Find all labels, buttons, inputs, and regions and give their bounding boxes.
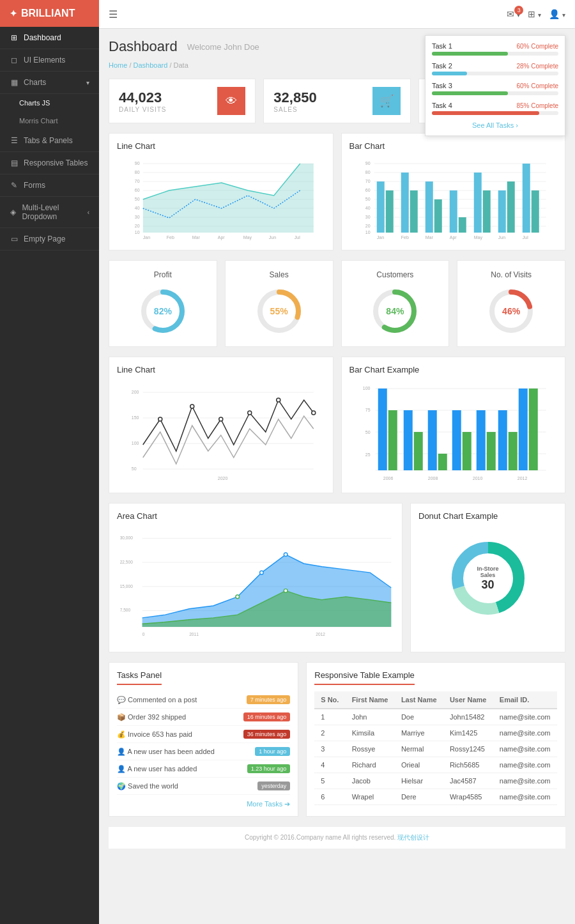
table-cell: Doe [395,709,443,725]
svg-rect-104 [486,432,495,470]
stat-sales-label: SALES [273,106,316,113]
svg-text:2020: 2020 [218,476,228,481]
stat-sales-value: 32,850 [273,89,316,106]
svg-text:80: 80 [135,170,140,174]
svg-text:Feb: Feb [167,235,174,240]
svg-text:60: 60 [135,188,140,192]
sidebar-item-charts[interactable]: ▦ Charts ▾ [0,72,99,94]
svg-rect-44 [401,173,408,233]
sidebar-item-empty[interactable]: ▭ Empty Page [0,228,99,250]
svg-rect-46 [425,181,433,233]
grid-icon-button[interactable]: ⊞ ▾ [528,9,541,19]
svg-text:75: 75 [365,408,370,412]
line-chart-1-card: Line Chart 90 80 70 60 50 40 30 20 10 [109,133,334,250]
task-list-item-2: 📦 Order 392 shipped 16 minutes ago [117,709,290,726]
tasks-panel-title: Tasks Panel [117,670,162,685]
svg-text:May: May [243,235,252,240]
mail-badge: 3 [514,6,523,15]
sidebar-item-tables[interactable]: ▤ Responsive Tables [0,152,99,174]
table-cell: name@site.com [493,773,557,789]
sidebar-item-multi[interactable]: ◈ Multi-Level Dropdown ‹ [0,197,99,228]
svg-text:2008: 2008 [427,476,438,481]
table-cell: 3 [314,741,345,757]
forms-icon: ✎ [10,181,19,190]
charts-icon: ▦ [10,78,19,87]
svg-rect-95 [378,389,387,470]
donut-chart-2-title: Donut Chart Example [418,511,557,521]
svg-text:0: 0 [142,632,145,636]
table-cell: name@site.com [493,757,557,773]
chevron-right-icon: ‹ [88,209,89,216]
svg-rect-52 [498,190,505,233]
user-icon-button[interactable]: 👤 ▾ [549,9,565,19]
svg-text:Jul: Jul [522,235,528,240]
svg-text:Mar: Mar [192,235,201,240]
svg-rect-98 [413,432,422,470]
charts-row-1: Line Chart 90 80 70 60 50 40 30 20 10 [109,133,565,250]
task-tag-4: 1 hour ago [255,747,290,756]
svg-point-79 [158,417,162,421]
svg-text:25: 25 [365,452,370,457]
sidebar-item-charts-js[interactable]: Charts JS [0,94,99,112]
svg-rect-103 [476,410,485,470]
svg-text:2010: 2010 [472,476,482,481]
see-all-tasks[interactable]: See All Tasks › [432,121,558,129]
table-cell: John [346,709,395,725]
visits-icon: 👁 [217,87,245,115]
donut-profit-label: Profit [154,270,172,279]
col-header-username: User Name [443,691,493,709]
more-tasks-link[interactable]: More Tasks ➔ [117,800,290,808]
breadcrumb-dashboard[interactable]: Dashboard [134,61,168,69]
table-cell: Rossye [346,741,395,757]
svg-text:22,500: 22,500 [120,560,134,564]
task-tag-6: yesterday [257,782,290,790]
svg-rect-105 [498,410,507,470]
tasks-panel-card: Tasks Panel 💬 Commented on a post 7 minu… [109,662,298,817]
charts-row-2: Line Chart 200 150 100 50 [109,357,565,493]
svg-text:2011: 2011 [189,632,199,636]
sidebar-item-forms[interactable]: ✎ Forms [0,174,99,197]
sidebar-label-charts: Charts [24,78,46,87]
stat-card-visits: 44,023 DAILY VISITS 👁 [109,79,256,123]
svg-point-80 [190,404,194,408]
svg-text:20: 20 [135,224,140,228]
svg-text:50: 50 [132,466,137,471]
svg-rect-101 [452,410,461,470]
col-header-lastname: Last Name [395,691,443,709]
svg-text:Jan: Jan [376,235,383,240]
svg-text:70: 70 [135,179,140,183]
svg-text:2006: 2006 [383,476,393,481]
sidebar-label-forms: Forms [24,181,45,190]
sidebar-item-tabs[interactable]: ☰ Tabs & Panels [0,130,99,152]
sidebar-item-dashboard[interactable]: ⊞ Dashboard [0,27,99,49]
sidebar-item-morris[interactable]: Morris Chart [0,112,99,130]
svg-rect-106 [508,432,517,470]
donut-visits-chart: 46% [486,286,537,337]
svg-text:Jan: Jan [143,235,150,240]
table-cell: Nermal [395,741,443,757]
line-chart-2-svg: 200 150 100 50 2020 [117,381,325,483]
svg-rect-102 [462,432,471,470]
table-cell: name@site.com [493,725,557,741]
table-cell: 1 [314,709,345,725]
svg-point-83 [277,398,280,402]
donut-sales: Sales 55% [225,260,334,347]
svg-text:Jun: Jun [498,235,505,240]
table-cell: Jacob [346,773,395,789]
line-chart-1-title: Line Chart [117,141,325,151]
app-logo: ✦ BRILLIANT [0,0,99,27]
logo-icon: ✦ [10,8,17,19]
task-list-item-4: 👤 A new user has been added 1 hour ago [117,743,290,760]
breadcrumb-home[interactable]: Home [109,61,127,69]
table-cell: name@site.com [493,741,557,757]
donut-center-value: 30 [469,578,507,592]
task-text-2: 📦 Order 392 shipped [117,713,186,721]
footer-link[interactable]: 现代创设计 [397,834,429,841]
mail-icon-button[interactable]: ✉ ▾ 3 [507,9,520,19]
task-item-4: Task 4 85% Complete [432,102,558,115]
stat-visits-label: DAILY VISITS [119,106,166,113]
sidebar-item-ui-elements[interactable]: ◻ UI Elements [0,49,99,72]
menu-toggle[interactable]: ☰ [109,8,118,20]
bar-chart-1-card: Bar Chart 90 80 70 60 50 40 30 20 10 [341,133,566,250]
donut-customers-chart: 84% [369,286,420,337]
